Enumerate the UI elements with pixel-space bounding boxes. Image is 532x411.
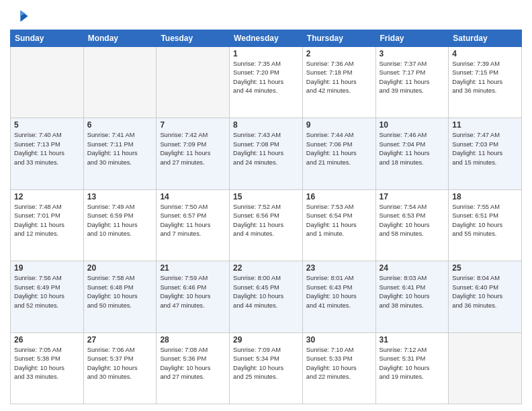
day-number: 22: [233, 263, 299, 273]
day-number: 3: [380, 49, 445, 58]
calendar-header-saturday: Saturday: [449, 30, 522, 47]
calendar-cell: 14Sunrise: 7:50 AM Sunset: 6:57 PM Dayli…: [157, 189, 230, 261]
day-number: 12: [14, 192, 80, 201]
day-number: 25: [452, 263, 518, 273]
day-info: Sunrise: 7:42 AM Sunset: 7:09 PM Dayligh…: [160, 131, 226, 167]
calendar-cell: 19Sunrise: 7:56 AM Sunset: 6:49 PM Dayli…: [11, 261, 84, 332]
calendar-week-2: 5Sunrise: 7:40 AM Sunset: 7:13 PM Daylig…: [11, 118, 522, 189]
day-info: Sunrise: 7:49 AM Sunset: 6:59 PM Dayligh…: [87, 203, 153, 239]
day-number: 16: [306, 192, 372, 201]
day-number: 19: [14, 263, 80, 273]
day-number: 23: [306, 263, 372, 273]
calendar-cell: 30Sunrise: 7:10 AM Sunset: 5:33 PM Dayli…: [302, 332, 375, 404]
day-number: 8: [233, 120, 299, 130]
day-number: 28: [160, 335, 226, 345]
day-number: 5: [14, 120, 80, 130]
day-number: 9: [306, 120, 372, 130]
day-number: 2: [306, 49, 372, 58]
day-number: 13: [87, 192, 153, 201]
calendar-cell: 31Sunrise: 7:12 AM Sunset: 5:31 PM Dayli…: [375, 332, 449, 404]
day-number: 10: [380, 120, 445, 130]
day-info: Sunrise: 8:01 AM Sunset: 6:43 PM Dayligh…: [306, 274, 372, 310]
day-number: 18: [452, 192, 518, 201]
calendar-cell: 27Sunrise: 7:06 AM Sunset: 5:37 PM Dayli…: [83, 332, 157, 404]
calendar-cell: 15Sunrise: 7:52 AM Sunset: 6:56 PM Dayli…: [230, 189, 303, 261]
day-number: 24: [380, 263, 445, 273]
day-info: Sunrise: 7:08 AM Sunset: 5:36 PM Dayligh…: [160, 346, 226, 382]
calendar-header-row: SundayMondayTuesdayWednesdayThursdayFrid…: [11, 30, 522, 47]
calendar-cell: 29Sunrise: 7:09 AM Sunset: 5:34 PM Dayli…: [230, 332, 303, 404]
calendar-cell: 22Sunrise: 8:00 AM Sunset: 6:45 PM Dayli…: [230, 261, 303, 332]
calendar-cell: [449, 332, 522, 404]
calendar-cell: 1Sunrise: 7:35 AM Sunset: 7:20 PM Daylig…: [230, 47, 303, 118]
day-info: Sunrise: 7:53 AM Sunset: 6:54 PM Dayligh…: [306, 203, 372, 239]
calendar-header-wednesday: Wednesday: [230, 30, 303, 47]
page: SundayMondayTuesdayWednesdayThursdayFrid…: [0, 0, 532, 411]
calendar-cell: 4Sunrise: 7:39 AM Sunset: 7:15 PM Daylig…: [449, 47, 522, 118]
calendar-cell: 23Sunrise: 8:01 AM Sunset: 6:43 PM Dayli…: [302, 261, 375, 332]
day-info: Sunrise: 7:46 AM Sunset: 7:04 PM Dayligh…: [380, 131, 445, 167]
calendar-cell: 20Sunrise: 7:58 AM Sunset: 6:48 PM Dayli…: [83, 261, 157, 332]
day-number: 20: [87, 263, 153, 273]
calendar-cell: 7Sunrise: 7:42 AM Sunset: 7:09 PM Daylig…: [157, 118, 230, 189]
calendar-cell: 24Sunrise: 8:03 AM Sunset: 6:41 PM Dayli…: [375, 261, 449, 332]
day-info: Sunrise: 7:06 AM Sunset: 5:37 PM Dayligh…: [87, 346, 153, 382]
calendar-cell: 6Sunrise: 7:41 AM Sunset: 7:11 PM Daylig…: [83, 118, 157, 189]
day-number: 26: [14, 335, 80, 345]
day-info: Sunrise: 7:05 AM Sunset: 5:38 PM Dayligh…: [14, 346, 80, 382]
day-info: Sunrise: 7:35 AM Sunset: 7:20 PM Dayligh…: [233, 60, 299, 96]
calendar-header-sunday: Sunday: [11, 30, 84, 47]
calendar-cell: 17Sunrise: 7:54 AM Sunset: 6:53 PM Dayli…: [375, 189, 449, 261]
day-info: Sunrise: 7:40 AM Sunset: 7:13 PM Dayligh…: [14, 131, 80, 167]
calendar-week-1: 1Sunrise: 7:35 AM Sunset: 7:20 PM Daylig…: [11, 47, 522, 118]
day-number: 27: [87, 335, 153, 345]
calendar-cell: 21Sunrise: 7:59 AM Sunset: 6:46 PM Dayli…: [157, 261, 230, 332]
calendar-table: SundayMondayTuesdayWednesdayThursdayFrid…: [10, 30, 522, 404]
calendar-cell: [83, 47, 157, 118]
logo-icon: [10, 7, 29, 26]
day-info: Sunrise: 7:48 AM Sunset: 7:01 PM Dayligh…: [14, 203, 80, 239]
day-info: Sunrise: 7:47 AM Sunset: 7:03 PM Dayligh…: [452, 131, 518, 167]
day-number: 14: [160, 192, 226, 201]
calendar-cell: 10Sunrise: 7:46 AM Sunset: 7:04 PM Dayli…: [375, 118, 449, 189]
day-number: 31: [380, 335, 445, 345]
day-info: Sunrise: 7:44 AM Sunset: 7:06 PM Dayligh…: [306, 131, 372, 167]
calendar-week-5: 26Sunrise: 7:05 AM Sunset: 5:38 PM Dayli…: [11, 332, 522, 404]
day-number: 11: [452, 120, 518, 130]
calendar-cell: 16Sunrise: 7:53 AM Sunset: 6:54 PM Dayli…: [302, 189, 375, 261]
day-number: 21: [160, 263, 226, 273]
day-number: 15: [233, 192, 299, 201]
day-info: Sunrise: 7:55 AM Sunset: 6:51 PM Dayligh…: [452, 203, 518, 239]
logo: [10, 7, 32, 26]
calendar-header-friday: Friday: [375, 30, 449, 47]
calendar-cell: 13Sunrise: 7:49 AM Sunset: 6:59 PM Dayli…: [83, 189, 157, 261]
calendar-cell: [157, 47, 230, 118]
calendar-cell: 26Sunrise: 7:05 AM Sunset: 5:38 PM Dayli…: [11, 332, 84, 404]
day-number: 29: [233, 335, 299, 345]
calendar-cell: 12Sunrise: 7:48 AM Sunset: 7:01 PM Dayli…: [11, 189, 84, 261]
day-info: Sunrise: 7:41 AM Sunset: 7:11 PM Dayligh…: [87, 131, 153, 167]
calendar-header-monday: Monday: [83, 30, 157, 47]
day-info: Sunrise: 7:36 AM Sunset: 7:18 PM Dayligh…: [306, 60, 372, 96]
calendar-cell: 25Sunrise: 8:04 AM Sunset: 6:40 PM Dayli…: [449, 261, 522, 332]
calendar-cell: 11Sunrise: 7:47 AM Sunset: 7:03 PM Dayli…: [449, 118, 522, 189]
day-number: 4: [452, 49, 518, 58]
day-number: 1: [233, 49, 299, 58]
day-info: Sunrise: 7:12 AM Sunset: 5:31 PM Dayligh…: [380, 346, 445, 382]
calendar-cell: 9Sunrise: 7:44 AM Sunset: 7:06 PM Daylig…: [302, 118, 375, 189]
day-info: Sunrise: 7:52 AM Sunset: 6:56 PM Dayligh…: [233, 203, 299, 239]
calendar-header-thursday: Thursday: [302, 30, 375, 47]
calendar-cell: [11, 47, 84, 118]
calendar-week-3: 12Sunrise: 7:48 AM Sunset: 7:01 PM Dayli…: [11, 189, 522, 261]
day-info: Sunrise: 7:09 AM Sunset: 5:34 PM Dayligh…: [233, 346, 299, 382]
calendar-cell: 8Sunrise: 7:43 AM Sunset: 7:08 PM Daylig…: [230, 118, 303, 189]
day-info: Sunrise: 8:04 AM Sunset: 6:40 PM Dayligh…: [452, 274, 518, 310]
day-number: 17: [380, 192, 445, 201]
header: [10, 7, 522, 26]
calendar-cell: 18Sunrise: 7:55 AM Sunset: 6:51 PM Dayli…: [449, 189, 522, 261]
day-number: 30: [306, 335, 372, 345]
calendar-header-tuesday: Tuesday: [157, 30, 230, 47]
day-info: Sunrise: 7:59 AM Sunset: 6:46 PM Dayligh…: [160, 274, 226, 310]
day-info: Sunrise: 7:50 AM Sunset: 6:57 PM Dayligh…: [160, 203, 226, 239]
day-info: Sunrise: 7:39 AM Sunset: 7:15 PM Dayligh…: [452, 60, 518, 96]
